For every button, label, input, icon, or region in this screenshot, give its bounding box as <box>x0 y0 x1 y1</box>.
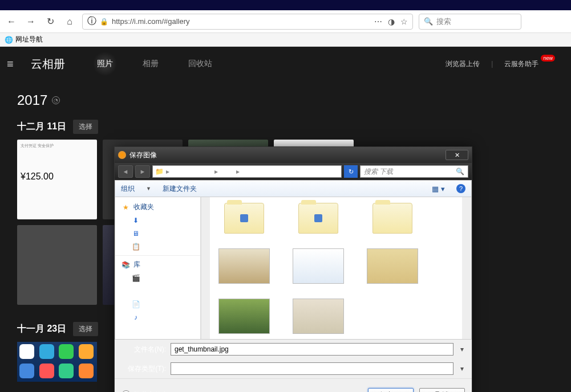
photo-thumb[interactable] <box>17 225 97 305</box>
sidebar-music[interactable]: ♪音乐 <box>115 311 200 324</box>
file-list: hycd140421 wbx98 wnwb 91529822720e0cf37d… <box>210 197 471 339</box>
info-icon: ⓘ <box>87 15 96 27</box>
select-button[interactable]: 选择 <box>73 322 98 336</box>
bookmarks-bar: 🌐 网址导航 <box>0 33 571 47</box>
file-item[interactable]: timg (1).jpg <box>216 299 273 339</box>
cancel-button[interactable]: 取消 <box>419 388 465 392</box>
nav-fwd-button[interactable]: ► <box>135 165 150 178</box>
view-button[interactable]: ▦ ▾ <box>432 185 445 193</box>
date-heading: 十二月 11日 <box>17 121 66 133</box>
page-title: 云相册 <box>31 56 65 72</box>
file-item[interactable]: timg.jpg <box>290 299 347 339</box>
close-button[interactable]: ✕ <box>446 150 468 160</box>
home-button[interactable]: ⌂ <box>63 15 76 28</box>
save-dialog: 保存图像 ✕ ◄ ► 📁 ▸ Administrator ▸ 下载 ▸ ▾ ↻ … <box>114 146 472 392</box>
search-icon: 🔍 <box>424 17 433 26</box>
file-item[interactable]: ht.jpg <box>364 248 421 293</box>
folder-search[interactable]: 搜索 下载 🔍 <box>360 165 468 178</box>
tab-photos[interactable]: 照片 <box>94 47 116 80</box>
select-button[interactable]: 选择 <box>73 120 98 134</box>
firefox-icon <box>118 151 126 159</box>
refresh-button[interactable]: ↻ <box>344 165 358 178</box>
photo-thumb[interactable]: 支付凭证 安全保护 ¥125.00 <box>17 140 97 219</box>
search-box[interactable]: 🔍 搜索 <box>419 14 521 30</box>
year-heading: 2017 ◔ <box>17 92 554 108</box>
helper-link[interactable]: 云服务助手 <box>504 59 538 69</box>
clock-icon: ◔ <box>52 96 60 104</box>
sidebar-library[interactable]: 📚库 <box>115 258 200 271</box>
search-icon: 🔍 <box>456 168 464 175</box>
sidebar-desktop[interactable]: 🖥桌面 <box>115 227 200 240</box>
nav-back-button[interactable]: ◄ <box>118 165 133 178</box>
save-button[interactable]: 保存(S) <box>368 388 414 392</box>
sidebar-video[interactable]: 🎬视频 <box>115 271 200 284</box>
url-text: https://i.mi.com/#gallery <box>112 17 371 26</box>
hide-folders-toggle[interactable]: ▲ 隐藏文件夹 <box>122 390 168 393</box>
sidebar-pictures[interactable]: 🖼图片 <box>115 284 200 297</box>
bookmark-link[interactable]: 网址导航 <box>15 35 43 44</box>
new-folder-button[interactable]: 新建文件夹 <box>163 184 197 194</box>
folder-item[interactable]: hycd140421 <box>216 203 273 243</box>
lock-icon: 🔒 <box>100 18 108 26</box>
date-heading: 十一月 23日 <box>17 323 66 335</box>
filename-input[interactable] <box>171 343 453 356</box>
sidebar-favorites[interactable]: ★收藏夹 <box>115 201 200 214</box>
filetype-label: 保存类型(T): <box>120 364 166 374</box>
sidebar-recent[interactable]: 📋最近访问的位置 <box>115 240 200 253</box>
sidebar-downloads[interactable]: ⬇下载 <box>115 214 200 227</box>
reader-icon[interactable]: ◑ <box>388 17 395 26</box>
help-icon[interactable]: ? <box>456 184 465 193</box>
hamburger-icon[interactable]: ≡ <box>7 58 14 71</box>
filename-label: 文件名(N): <box>120 345 166 354</box>
breadcrumb[interactable]: 📁 ▸ Administrator ▸ 下载 ▸ ▾ <box>152 165 342 178</box>
new-badge: new <box>541 55 555 62</box>
sidebar-scrollbar[interactable] <box>201 197 210 339</box>
tab-trash[interactable]: 回收站 <box>185 47 216 80</box>
folder-tree: ★收藏夹 ⬇下载 🖥桌面 📋最近访问的位置 📚库 🎬视频 🖼图片 📄文档 ♪音乐 <box>115 197 201 339</box>
more-icon[interactable]: ⋯ <box>374 17 382 26</box>
forward-button[interactable]: → <box>24 15 38 28</box>
file-item[interactable]: b58f8c5494eef0 <box>290 248 347 293</box>
upload-link[interactable]: 浏览器上传 <box>446 59 480 69</box>
file-item[interactable]: 91529822720e0cf37d6df5440246f21fbf09aaf3… <box>216 248 273 293</box>
reload-button[interactable]: ↻ <box>43 15 57 28</box>
folder-item[interactable]: wnwb <box>364 203 421 243</box>
tab-albums[interactable]: 相册 <box>139 47 162 80</box>
dialog-title: 保存图像 <box>129 150 157 160</box>
back-button[interactable]: ← <box>5 15 18 28</box>
folder-item[interactable]: wbx98 <box>290 203 347 243</box>
star-icon[interactable]: ☆ <box>400 17 408 26</box>
price-text: ¥125.00 <box>21 172 94 182</box>
organize-menu[interactable]: 组织 <box>121 184 135 194</box>
filename-dropdown[interactable]: ▾ <box>458 345 466 353</box>
sidebar-documents[interactable]: 📄文档 <box>115 297 200 311</box>
filetype-dropdown[interactable]: ▾ <box>458 365 466 373</box>
globe-icon: 🌐 <box>5 36 13 44</box>
url-bar[interactable]: ⓘ 🔒 https://i.mi.com/#gallery ⋯ ◑ ☆ <box>82 14 413 30</box>
filetype-select[interactable]: 看图王 JPG 图片文件 (*.jpg) <box>171 362 453 375</box>
browser-nav-bar: ← → ↻ ⌂ ⓘ 🔒 https://i.mi.com/#gallery ⋯ … <box>0 10 571 33</box>
file-scrollbar[interactable] <box>462 197 471 339</box>
photo-thumb[interactable] <box>17 342 97 382</box>
